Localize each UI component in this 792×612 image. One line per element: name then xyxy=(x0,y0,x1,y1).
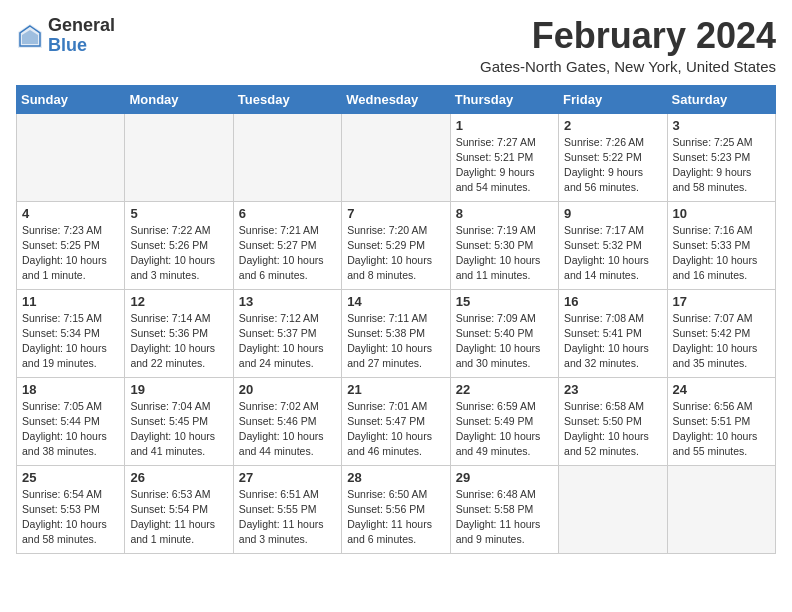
day-cell: 1Sunrise: 7:27 AMSunset: 5:21 PMDaylight… xyxy=(450,113,558,201)
day-number: 1 xyxy=(456,118,553,133)
day-number: 14 xyxy=(347,294,444,309)
col-header-friday: Friday xyxy=(559,85,667,113)
day-info: Sunrise: 6:54 AMSunset: 5:53 PMDaylight:… xyxy=(22,487,119,548)
day-number: 8 xyxy=(456,206,553,221)
calendar-table: SundayMondayTuesdayWednesdayThursdayFrid… xyxy=(16,85,776,554)
page-header: General Blue February 2024 Gates-North G… xyxy=(16,16,776,75)
day-cell: 15Sunrise: 7:09 AMSunset: 5:40 PMDayligh… xyxy=(450,289,558,377)
day-cell: 7Sunrise: 7:20 AMSunset: 5:29 PMDaylight… xyxy=(342,201,450,289)
day-cell xyxy=(559,465,667,553)
day-info: Sunrise: 6:59 AMSunset: 5:49 PMDaylight:… xyxy=(456,399,553,460)
header-row: SundayMondayTuesdayWednesdayThursdayFrid… xyxy=(17,85,776,113)
logo-icon xyxy=(16,22,44,50)
day-info: Sunrise: 7:21 AMSunset: 5:27 PMDaylight:… xyxy=(239,223,336,284)
day-number: 15 xyxy=(456,294,553,309)
day-cell: 28Sunrise: 6:50 AMSunset: 5:56 PMDayligh… xyxy=(342,465,450,553)
day-cell: 4Sunrise: 7:23 AMSunset: 5:25 PMDaylight… xyxy=(17,201,125,289)
day-number: 12 xyxy=(130,294,227,309)
day-info: Sunrise: 7:20 AMSunset: 5:29 PMDaylight:… xyxy=(347,223,444,284)
day-number: 6 xyxy=(239,206,336,221)
week-row-5: 25Sunrise: 6:54 AMSunset: 5:53 PMDayligh… xyxy=(17,465,776,553)
day-number: 17 xyxy=(673,294,770,309)
day-cell: 23Sunrise: 6:58 AMSunset: 5:50 PMDayligh… xyxy=(559,377,667,465)
day-number: 11 xyxy=(22,294,119,309)
day-cell: 26Sunrise: 6:53 AMSunset: 5:54 PMDayligh… xyxy=(125,465,233,553)
day-cell: 14Sunrise: 7:11 AMSunset: 5:38 PMDayligh… xyxy=(342,289,450,377)
day-info: Sunrise: 7:27 AMSunset: 5:21 PMDaylight:… xyxy=(456,135,553,196)
day-cell: 11Sunrise: 7:15 AMSunset: 5:34 PMDayligh… xyxy=(17,289,125,377)
day-cell: 29Sunrise: 6:48 AMSunset: 5:58 PMDayligh… xyxy=(450,465,558,553)
day-number: 5 xyxy=(130,206,227,221)
day-cell xyxy=(342,113,450,201)
day-cell: 8Sunrise: 7:19 AMSunset: 5:30 PMDaylight… xyxy=(450,201,558,289)
day-number: 23 xyxy=(564,382,661,397)
logo: General Blue xyxy=(16,16,115,56)
week-row-4: 18Sunrise: 7:05 AMSunset: 5:44 PMDayligh… xyxy=(17,377,776,465)
day-number: 20 xyxy=(239,382,336,397)
day-info: Sunrise: 7:17 AMSunset: 5:32 PMDaylight:… xyxy=(564,223,661,284)
day-cell xyxy=(125,113,233,201)
day-number: 16 xyxy=(564,294,661,309)
calendar-body: 1Sunrise: 7:27 AMSunset: 5:21 PMDaylight… xyxy=(17,113,776,553)
col-header-saturday: Saturday xyxy=(667,85,775,113)
day-number: 9 xyxy=(564,206,661,221)
day-info: Sunrise: 7:15 AMSunset: 5:34 PMDaylight:… xyxy=(22,311,119,372)
day-info: Sunrise: 7:12 AMSunset: 5:37 PMDaylight:… xyxy=(239,311,336,372)
day-number: 22 xyxy=(456,382,553,397)
day-number: 24 xyxy=(673,382,770,397)
day-number: 7 xyxy=(347,206,444,221)
col-header-monday: Monday xyxy=(125,85,233,113)
day-cell: 27Sunrise: 6:51 AMSunset: 5:55 PMDayligh… xyxy=(233,465,341,553)
col-header-wednesday: Wednesday xyxy=(342,85,450,113)
day-cell: 25Sunrise: 6:54 AMSunset: 5:53 PMDayligh… xyxy=(17,465,125,553)
day-cell: 12Sunrise: 7:14 AMSunset: 5:36 PMDayligh… xyxy=(125,289,233,377)
day-info: Sunrise: 6:50 AMSunset: 5:56 PMDaylight:… xyxy=(347,487,444,548)
day-cell: 20Sunrise: 7:02 AMSunset: 5:46 PMDayligh… xyxy=(233,377,341,465)
day-cell: 9Sunrise: 7:17 AMSunset: 5:32 PMDaylight… xyxy=(559,201,667,289)
col-header-sunday: Sunday xyxy=(17,85,125,113)
day-info: Sunrise: 7:25 AMSunset: 5:23 PMDaylight:… xyxy=(673,135,770,196)
day-info: Sunrise: 6:58 AMSunset: 5:50 PMDaylight:… xyxy=(564,399,661,460)
day-number: 18 xyxy=(22,382,119,397)
day-info: Sunrise: 7:07 AMSunset: 5:42 PMDaylight:… xyxy=(673,311,770,372)
day-info: Sunrise: 7:11 AMSunset: 5:38 PMDaylight:… xyxy=(347,311,444,372)
day-cell: 3Sunrise: 7:25 AMSunset: 5:23 PMDaylight… xyxy=(667,113,775,201)
day-cell: 2Sunrise: 7:26 AMSunset: 5:22 PMDaylight… xyxy=(559,113,667,201)
logo-blue-text: Blue xyxy=(48,36,115,56)
day-number: 29 xyxy=(456,470,553,485)
day-info: Sunrise: 7:14 AMSunset: 5:36 PMDaylight:… xyxy=(130,311,227,372)
month-title: February 2024 xyxy=(480,16,776,56)
day-cell: 19Sunrise: 7:04 AMSunset: 5:45 PMDayligh… xyxy=(125,377,233,465)
logo-general-text: General xyxy=(48,16,115,36)
day-info: Sunrise: 6:48 AMSunset: 5:58 PMDaylight:… xyxy=(456,487,553,548)
day-info: Sunrise: 7:01 AMSunset: 5:47 PMDaylight:… xyxy=(347,399,444,460)
day-cell: 24Sunrise: 6:56 AMSunset: 5:51 PMDayligh… xyxy=(667,377,775,465)
location-text: Gates-North Gates, New York, United Stat… xyxy=(480,58,776,75)
logo-text: General Blue xyxy=(48,16,115,56)
col-header-thursday: Thursday xyxy=(450,85,558,113)
day-number: 2 xyxy=(564,118,661,133)
day-info: Sunrise: 6:56 AMSunset: 5:51 PMDaylight:… xyxy=(673,399,770,460)
day-info: Sunrise: 7:05 AMSunset: 5:44 PMDaylight:… xyxy=(22,399,119,460)
day-cell: 18Sunrise: 7:05 AMSunset: 5:44 PMDayligh… xyxy=(17,377,125,465)
day-number: 25 xyxy=(22,470,119,485)
week-row-2: 4Sunrise: 7:23 AMSunset: 5:25 PMDaylight… xyxy=(17,201,776,289)
day-cell: 22Sunrise: 6:59 AMSunset: 5:49 PMDayligh… xyxy=(450,377,558,465)
day-info: Sunrise: 7:23 AMSunset: 5:25 PMDaylight:… xyxy=(22,223,119,284)
day-cell: 10Sunrise: 7:16 AMSunset: 5:33 PMDayligh… xyxy=(667,201,775,289)
day-number: 28 xyxy=(347,470,444,485)
day-number: 19 xyxy=(130,382,227,397)
day-cell: 16Sunrise: 7:08 AMSunset: 5:41 PMDayligh… xyxy=(559,289,667,377)
day-cell: 21Sunrise: 7:01 AMSunset: 5:47 PMDayligh… xyxy=(342,377,450,465)
day-cell xyxy=(667,465,775,553)
day-info: Sunrise: 7:08 AMSunset: 5:41 PMDaylight:… xyxy=(564,311,661,372)
day-number: 4 xyxy=(22,206,119,221)
day-number: 27 xyxy=(239,470,336,485)
day-cell: 13Sunrise: 7:12 AMSunset: 5:37 PMDayligh… xyxy=(233,289,341,377)
week-row-1: 1Sunrise: 7:27 AMSunset: 5:21 PMDaylight… xyxy=(17,113,776,201)
calendar-header: SundayMondayTuesdayWednesdayThursdayFrid… xyxy=(17,85,776,113)
day-info: Sunrise: 7:02 AMSunset: 5:46 PMDaylight:… xyxy=(239,399,336,460)
day-cell: 17Sunrise: 7:07 AMSunset: 5:42 PMDayligh… xyxy=(667,289,775,377)
day-info: Sunrise: 7:09 AMSunset: 5:40 PMDaylight:… xyxy=(456,311,553,372)
day-number: 26 xyxy=(130,470,227,485)
